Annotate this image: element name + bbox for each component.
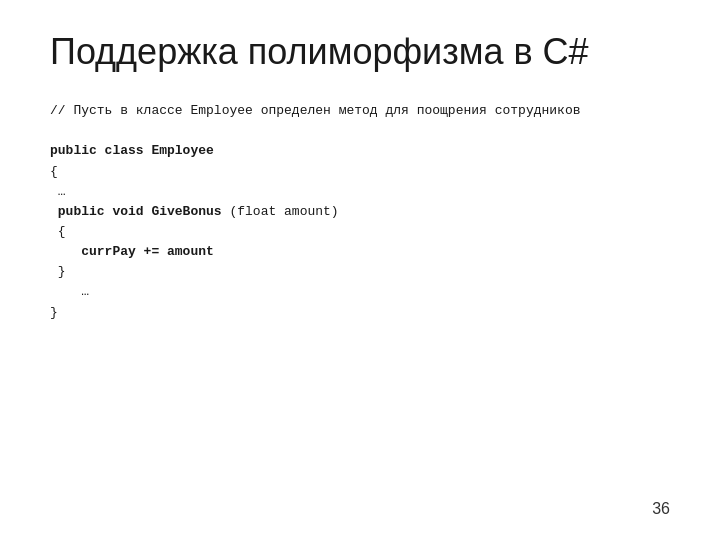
code-line-9: }	[50, 303, 670, 323]
page-number: 36	[652, 500, 670, 518]
code-line-5: {	[50, 222, 670, 242]
code-line-2: {	[50, 162, 670, 182]
code-line-4: public void GiveBonus (float amount)	[50, 202, 670, 222]
code-block: // Пусть в классе Employee определен мет…	[50, 101, 670, 323]
code-line-6: currPay += amount	[50, 242, 670, 262]
code-comment-line: // Пусть в классе Employee определен мет…	[50, 101, 670, 121]
slide-title: Поддержка полиморфизма в C#	[50, 30, 670, 73]
code-line-7: }	[50, 262, 670, 282]
code-line-1: public class Employee	[50, 141, 670, 161]
code-line-3: …	[50, 182, 670, 202]
code-line-8: …	[50, 282, 670, 302]
slide: Поддержка полиморфизма в C# // Пусть в к…	[0, 0, 720, 540]
code-comment: // Пусть в классе Employee определен мет…	[50, 103, 581, 118]
